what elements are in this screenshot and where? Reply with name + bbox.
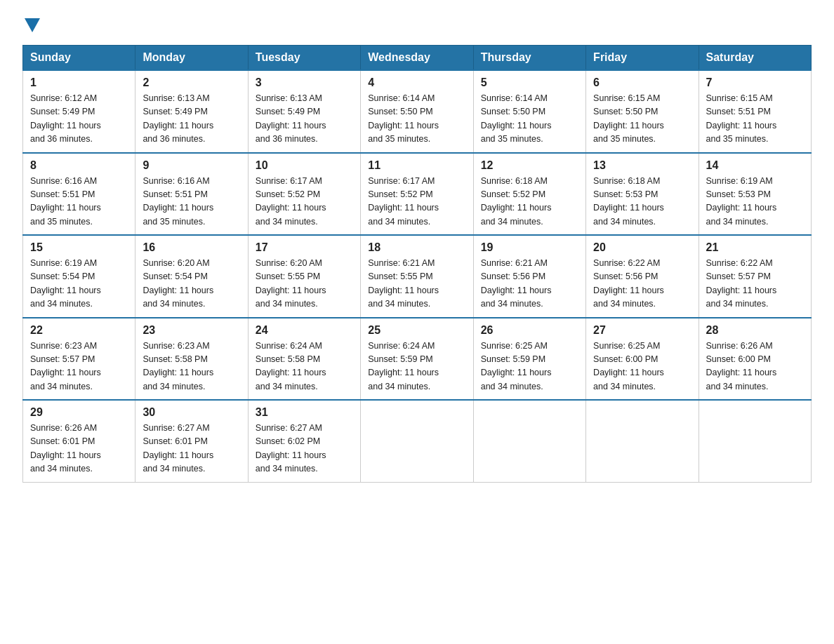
page-header [22,17,812,32]
calendar-day-cell: 7 Sunrise: 6:15 AMSunset: 5:51 PMDayligh… [699,70,811,153]
calendar-day-cell: 8 Sunrise: 6:16 AMSunset: 5:51 PMDayligh… [23,153,135,236]
svg-marker-0 [25,18,40,32]
day-header-thursday: Thursday [473,46,585,71]
day-info: Sunrise: 6:18 AMSunset: 5:53 PMDaylight:… [593,175,691,229]
day-number: 12 [481,159,578,172]
day-info: Sunrise: 6:13 AMSunset: 5:49 PMDaylight:… [256,92,353,147]
calendar-day-cell: 16 Sunrise: 6:20 AMSunset: 5:54 PMDaylig… [135,235,248,318]
calendar-day-cell: 21 Sunrise: 6:22 AMSunset: 5:57 PMDaylig… [699,235,811,318]
calendar-day-cell: 24 Sunrise: 6:24 AMSunset: 5:58 PMDaylig… [248,318,360,401]
day-header-saturday: Saturday [699,46,811,71]
day-info: Sunrise: 6:26 AMSunset: 6:01 PMDaylight:… [30,422,128,476]
day-number: 8 [30,159,128,172]
day-number: 16 [143,241,240,254]
day-info: Sunrise: 6:14 AMSunset: 5:50 PMDaylight:… [368,92,465,147]
day-number: 30 [143,406,240,419]
calendar-week-row: 1 Sunrise: 6:12 AMSunset: 5:49 PMDayligh… [23,70,812,153]
day-info: Sunrise: 6:13 AMSunset: 5:49 PMDaylight:… [143,92,240,147]
day-info: Sunrise: 6:19 AMSunset: 5:53 PMDaylight:… [706,175,804,229]
day-info: Sunrise: 6:26 AMSunset: 6:00 PMDaylight:… [706,340,804,394]
day-info: Sunrise: 6:15 AMSunset: 5:51 PMDaylight:… [706,92,804,147]
calendar-week-row: 22 Sunrise: 6:23 AMSunset: 5:57 PMDaylig… [23,318,812,401]
calendar-day-cell: 15 Sunrise: 6:19 AMSunset: 5:54 PMDaylig… [23,235,135,318]
day-info: Sunrise: 6:16 AMSunset: 5:51 PMDaylight:… [30,175,128,229]
day-number: 31 [256,406,353,419]
day-number: 27 [593,324,691,337]
day-number: 3 [256,76,353,89]
day-number: 7 [706,76,804,89]
calendar-empty-cell [699,400,811,482]
calendar-day-cell: 28 Sunrise: 6:26 AMSunset: 6:00 PMDaylig… [699,318,811,401]
calendar-day-cell: 29 Sunrise: 6:26 AMSunset: 6:01 PMDaylig… [23,400,135,482]
day-number: 17 [256,241,353,254]
calendar-day-cell: 5 Sunrise: 6:14 AMSunset: 5:50 PMDayligh… [473,70,585,153]
calendar-day-cell: 27 Sunrise: 6:25 AMSunset: 6:00 PMDaylig… [586,318,699,401]
calendar-day-cell: 4 Sunrise: 6:14 AMSunset: 5:50 PMDayligh… [361,70,473,153]
calendar-day-cell: 10 Sunrise: 6:17 AMSunset: 5:52 PMDaylig… [248,153,360,236]
day-info: Sunrise: 6:16 AMSunset: 5:51 PMDaylight:… [143,175,240,229]
day-info: Sunrise: 6:23 AMSunset: 5:57 PMDaylight:… [30,340,128,394]
day-info: Sunrise: 6:19 AMSunset: 5:54 PMDaylight:… [30,257,128,311]
day-info: Sunrise: 6:24 AMSunset: 5:58 PMDaylight:… [256,340,353,394]
calendar-header-row: SundayMondayTuesdayWednesdayThursdayFrid… [23,46,812,71]
day-number: 22 [30,324,128,337]
calendar-day-cell: 1 Sunrise: 6:12 AMSunset: 5:49 PMDayligh… [23,70,135,153]
day-header-tuesday: Tuesday [248,46,360,71]
calendar-day-cell: 13 Sunrise: 6:18 AMSunset: 5:53 PMDaylig… [586,153,699,236]
calendar-week-row: 29 Sunrise: 6:26 AMSunset: 6:01 PMDaylig… [23,400,812,482]
day-header-sunday: Sunday [23,46,135,71]
calendar-day-cell: 23 Sunrise: 6:23 AMSunset: 5:58 PMDaylig… [135,318,248,401]
calendar-day-cell: 25 Sunrise: 6:24 AMSunset: 5:59 PMDaylig… [361,318,473,401]
calendar-day-cell: 2 Sunrise: 6:13 AMSunset: 5:49 PMDayligh… [135,70,248,153]
day-number: 1 [30,76,128,89]
day-number: 29 [30,406,128,419]
day-info: Sunrise: 6:23 AMSunset: 5:58 PMDaylight:… [143,340,240,394]
day-info: Sunrise: 6:20 AMSunset: 5:55 PMDaylight:… [256,257,353,311]
day-info: Sunrise: 6:25 AMSunset: 6:00 PMDaylight:… [593,340,691,394]
calendar-empty-cell [586,400,699,482]
calendar-day-cell: 12 Sunrise: 6:18 AMSunset: 5:52 PMDaylig… [473,153,585,236]
logo-triangle-icon [25,18,40,32]
calendar-day-cell: 30 Sunrise: 6:27 AMSunset: 6:01 PMDaylig… [135,400,248,482]
day-number: 5 [481,76,578,89]
day-number: 24 [256,324,353,337]
day-info: Sunrise: 6:18 AMSunset: 5:52 PMDaylight:… [481,175,578,229]
day-header-monday: Monday [135,46,248,71]
calendar-day-cell: 3 Sunrise: 6:13 AMSunset: 5:49 PMDayligh… [248,70,360,153]
calendar-day-cell: 9 Sunrise: 6:16 AMSunset: 5:51 PMDayligh… [135,153,248,236]
day-info: Sunrise: 6:27 AMSunset: 6:02 PMDaylight:… [256,422,353,476]
day-number: 18 [368,241,465,254]
day-number: 25 [368,324,465,337]
day-number: 6 [593,76,691,89]
day-number: 15 [30,241,128,254]
day-number: 28 [706,324,804,337]
calendar-day-cell: 18 Sunrise: 6:21 AMSunset: 5:55 PMDaylig… [361,235,473,318]
calendar-day-cell: 6 Sunrise: 6:15 AMSunset: 5:50 PMDayligh… [586,70,699,153]
day-number: 10 [256,159,353,172]
day-info: Sunrise: 6:27 AMSunset: 6:01 PMDaylight:… [143,422,240,476]
calendar-day-cell: 19 Sunrise: 6:21 AMSunset: 5:56 PMDaylig… [473,235,585,318]
day-number: 2 [143,76,240,89]
day-info: Sunrise: 6:14 AMSunset: 5:50 PMDaylight:… [481,92,578,147]
day-number: 9 [143,159,240,172]
calendar-day-cell: 22 Sunrise: 6:23 AMSunset: 5:57 PMDaylig… [23,318,135,401]
day-number: 20 [593,241,691,254]
day-info: Sunrise: 6:17 AMSunset: 5:52 PMDaylight:… [256,175,353,229]
calendar-day-cell: 17 Sunrise: 6:20 AMSunset: 5:55 PMDaylig… [248,235,360,318]
day-info: Sunrise: 6:15 AMSunset: 5:50 PMDaylight:… [593,92,691,147]
calendar-week-row: 15 Sunrise: 6:19 AMSunset: 5:54 PMDaylig… [23,235,812,318]
calendar-day-cell: 14 Sunrise: 6:19 AMSunset: 5:53 PMDaylig… [699,153,811,236]
day-number: 13 [593,159,691,172]
day-number: 11 [368,159,465,172]
day-number: 23 [143,324,240,337]
day-info: Sunrise: 6:20 AMSunset: 5:54 PMDaylight:… [143,257,240,311]
calendar-empty-cell [361,400,473,482]
day-info: Sunrise: 6:17 AMSunset: 5:52 PMDaylight:… [368,175,465,229]
day-number: 19 [481,241,578,254]
day-header-wednesday: Wednesday [361,46,473,71]
logo [22,17,40,32]
day-number: 21 [706,241,804,254]
calendar-day-cell: 26 Sunrise: 6:25 AMSunset: 5:59 PMDaylig… [473,318,585,401]
day-number: 26 [481,324,578,337]
day-number: 4 [368,76,465,89]
